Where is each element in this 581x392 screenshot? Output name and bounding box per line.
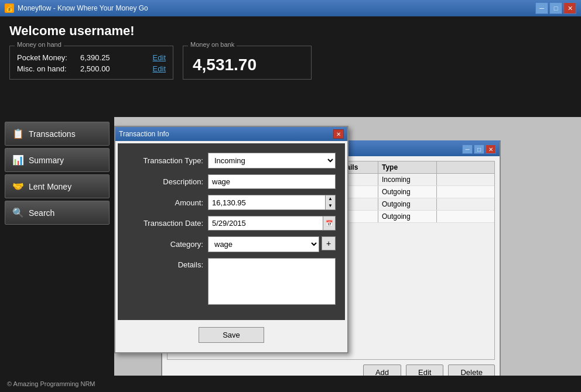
transaction-date-label: Transaction Date: bbox=[127, 219, 203, 228]
trans-close-btn[interactable]: ✕ bbox=[486, 145, 496, 154]
pocket-money-row: Pocket Money: 6,390.25 Edit bbox=[17, 53, 166, 62]
dialog-close-button[interactable]: ✕ bbox=[333, 129, 344, 139]
amount-input[interactable] bbox=[208, 195, 325, 210]
trans-window-controls: ─ □ ✕ bbox=[462, 145, 496, 154]
amount-row: Amount: ▲ ▼ bbox=[127, 195, 336, 210]
money-on-bank-panel: Money on bank 4,531.70 bbox=[183, 46, 312, 80]
app-icon: 💰 bbox=[5, 4, 14, 13]
money-on-bank-title: Money on bank bbox=[188, 41, 237, 48]
description-label: Description: bbox=[127, 177, 203, 186]
details-row: Details: bbox=[127, 258, 336, 305]
calendar-button[interactable]: 📅 bbox=[323, 216, 336, 231]
category-row: Category: wage salary bonus + bbox=[127, 236, 336, 252]
pocket-money-edit[interactable]: Edit bbox=[153, 53, 166, 62]
transaction-type-wrap: Incoming Outgoing bbox=[208, 153, 336, 169]
bank-amount: 4,531.70 bbox=[190, 56, 304, 74]
window-title: Moneyflow - Know Where Your Money Go bbox=[18, 4, 148, 12]
amount-spinners: ▲ ▼ bbox=[325, 195, 336, 210]
title-bar-left: 💰 Moneyflow - Know Where Your Money Go bbox=[5, 4, 148, 13]
row-type: Outgoing bbox=[378, 198, 437, 210]
amount-up-spinner[interactable]: ▲ bbox=[326, 195, 335, 202]
dialog-body: Transaction Type: Incoming Outgoing Desc… bbox=[118, 143, 345, 320]
sidebar-item-lent-money[interactable]: 🤝 Lent Money bbox=[5, 174, 110, 198]
summary-icon: 📊 bbox=[12, 154, 24, 166]
row-type: Outgoing bbox=[378, 211, 437, 222]
sidebar-lent-money-label: Lent Money bbox=[29, 182, 71, 191]
money-on-hand-title: Money on hand bbox=[15, 41, 64, 48]
misc-on-hand-label: Misc. on hand: bbox=[17, 64, 76, 73]
date-wrap: 📅 bbox=[208, 216, 336, 231]
details-label: Details: bbox=[127, 260, 203, 269]
pocket-money-label: Pocket Money: bbox=[17, 53, 76, 62]
maximize-button[interactable]: □ bbox=[549, 2, 562, 14]
misc-on-hand-row: Misc. on hand: 2,500.00 Edit bbox=[17, 64, 166, 73]
search-icon: 🔍 bbox=[12, 207, 24, 218]
minimize-button[interactable]: ─ bbox=[535, 2, 548, 14]
category-label: Category: bbox=[127, 240, 203, 249]
sidebar: 📋 Transactions 📊 Summary 🤝 Lent Money 🔍 … bbox=[0, 117, 114, 392]
sidebar-item-summary[interactable]: 📊 Summary bbox=[5, 148, 110, 172]
description-row: Description: bbox=[127, 174, 336, 189]
description-input[interactable] bbox=[208, 174, 336, 189]
sidebar-search-label: Search bbox=[29, 208, 54, 218]
content-area: 📋 Transactions 📊 Summary 🤝 Lent Money 🔍 … bbox=[0, 117, 581, 392]
main-panel: Transactions ─ □ ✕ Date Description Amou… bbox=[114, 117, 581, 392]
status-bar: © Amazing Programming NRM bbox=[0, 376, 581, 392]
title-bar-controls: ─ □ ✕ bbox=[535, 2, 576, 14]
row-type: Outgoing bbox=[378, 186, 437, 198]
category-wrap: wage salary bonus + bbox=[208, 236, 336, 252]
status-text: © Amazing Programming NRM bbox=[7, 380, 95, 387]
transaction-info-dialog: Transaction Info ✕ Transaction Type: Inc… bbox=[114, 126, 348, 353]
transactions-icon: 📋 bbox=[12, 128, 24, 139]
title-bar: 💰 Moneyflow - Know Where Your Money Go ─… bbox=[0, 0, 581, 16]
lent-money-icon: 🤝 bbox=[12, 181, 24, 192]
sidebar-transactions-label: Transactions bbox=[29, 129, 76, 139]
amount-label: Amount: bbox=[127, 198, 203, 207]
dialog-title: Transaction Info bbox=[119, 130, 169, 138]
transaction-type-select[interactable]: Incoming Outgoing bbox=[208, 153, 336, 169]
details-textarea[interactable] bbox=[208, 258, 336, 305]
dialog-save-area: Save bbox=[118, 322, 345, 350]
transaction-type-label: Transaction Type: bbox=[127, 156, 203, 165]
welcome-text: Welcome username! bbox=[9, 23, 572, 39]
trans-maximize-btn[interactable]: □ bbox=[474, 145, 484, 154]
row-type: Incoming bbox=[378, 174, 437, 185]
add-category-button[interactable]: + bbox=[322, 236, 336, 250]
amount-down-spinner[interactable]: ▼ bbox=[326, 202, 335, 209]
misc-on-hand-edit[interactable]: Edit bbox=[153, 64, 166, 73]
transaction-date-row: Transaction Date: 📅 bbox=[127, 216, 336, 231]
money-panels: Money on hand Pocket Money: 6,390.25 Edi… bbox=[9, 46, 572, 80]
col-type: Type bbox=[378, 161, 437, 173]
category-select[interactable]: wage salary bonus bbox=[208, 236, 319, 252]
sidebar-item-transactions[interactable]: 📋 Transactions bbox=[5, 122, 110, 146]
save-button[interactable]: Save bbox=[199, 327, 264, 343]
app-header: Welcome username! Money on hand Pocket M… bbox=[0, 16, 581, 117]
trans-minimize-btn[interactable]: ─ bbox=[462, 145, 473, 154]
dialog-title-bar: Transaction Info ✕ bbox=[115, 127, 347, 141]
close-button[interactable]: ✕ bbox=[563, 2, 576, 14]
misc-on-hand-value: 2,500.00 bbox=[80, 64, 127, 73]
transaction-type-row: Transaction Type: Incoming Outgoing bbox=[127, 153, 336, 169]
sidebar-item-search[interactable]: 🔍 Search bbox=[5, 201, 110, 225]
sidebar-summary-label: Summary bbox=[29, 156, 64, 165]
amount-wrap: ▲ ▼ bbox=[208, 195, 336, 210]
date-input[interactable] bbox=[208, 216, 323, 231]
money-on-hand-panel: Money on hand Pocket Money: 6,390.25 Edi… bbox=[9, 46, 173, 80]
pocket-money-value: 6,390.25 bbox=[80, 53, 127, 62]
